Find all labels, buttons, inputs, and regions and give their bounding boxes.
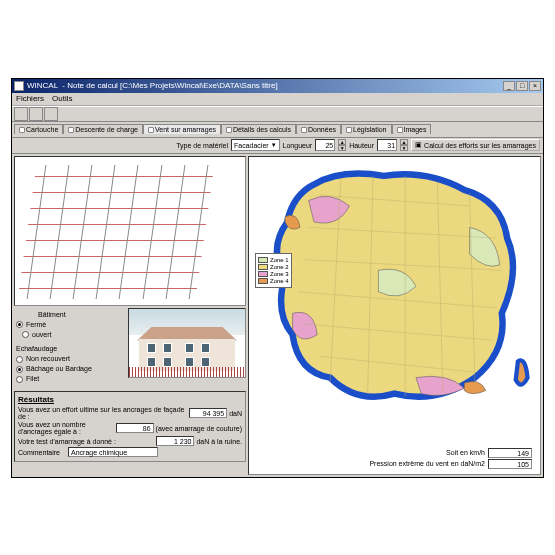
hauteur-label: Hauteur	[349, 142, 374, 149]
radio-non-recouvert[interactable]: Non recouvert	[16, 354, 122, 364]
tab-details[interactable]: Détails des calculs	[221, 124, 296, 134]
type-label: Type de matériel	[176, 142, 228, 149]
comment-value[interactable]: Ancrage chimique	[68, 447, 158, 457]
results-panel: Résultats Vous avez un effort ultime sur…	[14, 391, 246, 462]
save-icon[interactable]	[44, 107, 58, 121]
result3-value[interactable]: 1 230	[156, 436, 194, 446]
tab-images[interactable]: Images	[392, 124, 432, 134]
tab-vent[interactable]: Vent sur amarrages	[143, 124, 221, 134]
tab-descente[interactable]: Descente de charge	[63, 124, 143, 134]
scaffold-drawing	[14, 156, 246, 306]
result3-label: Votre test d'amarrage à donné :	[18, 438, 156, 445]
comment-label: Commentaire	[18, 449, 68, 456]
app-icon	[14, 81, 24, 91]
result3-unit: daN à la ruine.	[196, 438, 242, 445]
maximize-button[interactable]: □	[516, 81, 528, 91]
result2-suffix: (avec amarrage de couture)	[156, 425, 242, 432]
france-map[interactable]	[255, 163, 534, 410]
pressure-value: 105	[488, 459, 532, 469]
longueur-label: Longueur	[283, 142, 313, 149]
legend-swatch	[258, 271, 268, 277]
app-window: WINCAL - Note de calcul [C:\Mes Projets\…	[11, 78, 544, 478]
menu-tools[interactable]: Outils	[52, 94, 72, 103]
close-button[interactable]: ×	[529, 81, 541, 91]
radio-ouvert[interactable]: ouvert	[22, 330, 51, 340]
result1-label: Vous avez un effort ultime sur les ancra…	[18, 406, 189, 420]
tab-icon	[397, 127, 403, 133]
tab-icon	[226, 127, 232, 133]
kmh-label: Soit en km/h	[446, 449, 485, 456]
tab-icon	[301, 127, 307, 133]
map-panel: Zone 1 Zone 2 Zone 3 Zone 4 Soit en km/h…	[248, 156, 541, 475]
pressure-label: Pression extrême du vent en daN/m2	[369, 460, 485, 467]
tab-legislation[interactable]: Législation	[341, 124, 391, 134]
result2-label: Vous avez un nombre d'ancrages égale à :	[18, 421, 116, 435]
toolbar	[12, 106, 543, 122]
radio-ferme[interactable]: Fermé	[16, 320, 122, 330]
menubar: Fichiers Outils	[12, 93, 543, 106]
hauteur-spin[interactable]: ▲▼	[400, 139, 408, 151]
calc-icon: ▣	[415, 141, 422, 149]
params-bar: Type de matériel Facadacier▼ Longueur 25…	[12, 138, 543, 154]
new-icon[interactable]	[14, 107, 28, 121]
tab-icon	[68, 127, 74, 133]
type-combo[interactable]: Facadacier▼	[231, 139, 280, 151]
title-app: WINCAL	[27, 81, 58, 90]
longueur-spin[interactable]: ▲▼	[338, 139, 346, 151]
tab-donnees[interactable]: Données	[296, 124, 341, 134]
echafaudage-label: Echafaudage	[16, 344, 122, 354]
result1-value: 94 395	[189, 408, 227, 418]
legend-swatch	[258, 264, 268, 270]
results-heading: Résultats	[18, 395, 242, 404]
batiment-label: Bâtiment	[38, 310, 122, 320]
building-photo	[128, 308, 246, 378]
tab-icon	[346, 127, 352, 133]
map-readout: Soit en km/h149 Pression extrême du vent…	[369, 447, 532, 470]
tab-strip: Cartouche Descente de charge Vent sur am…	[12, 122, 543, 138]
options-panel: Bâtiment Fermé ouvert Echafaudage Non re…	[14, 308, 124, 390]
legend-swatch	[258, 278, 268, 284]
result1-unit: daN	[229, 410, 242, 417]
calc-button[interactable]: ▣Calcul des efforts sur les amarrages	[411, 139, 540, 151]
hauteur-input[interactable]: 31	[377, 139, 397, 151]
open-icon[interactable]	[29, 107, 43, 121]
map-legend: Zone 1 Zone 2 Zone 3 Zone 4	[255, 253, 292, 288]
tab-icon	[19, 127, 25, 133]
kmh-value: 149	[488, 448, 532, 458]
tab-icon	[148, 127, 154, 133]
titlebar: WINCAL - Note de calcul [C:\Mes Projets\…	[12, 79, 543, 93]
title-doc: Note de calcul [C:\Mes Projets\Wincal\Ex…	[67, 81, 277, 90]
result2-value: 86	[116, 423, 154, 433]
radio-filet[interactable]: Filet	[16, 374, 122, 384]
tab-cartouche[interactable]: Cartouche	[14, 124, 63, 134]
menu-file[interactable]: Fichiers	[16, 94, 44, 103]
radio-bachage[interactable]: Bâchage ou Bardage	[16, 364, 122, 374]
longueur-input[interactable]: 25	[315, 139, 335, 151]
legend-swatch	[258, 257, 268, 263]
chevron-down-icon: ▼	[271, 142, 277, 148]
minimize-button[interactable]: _	[503, 81, 515, 91]
